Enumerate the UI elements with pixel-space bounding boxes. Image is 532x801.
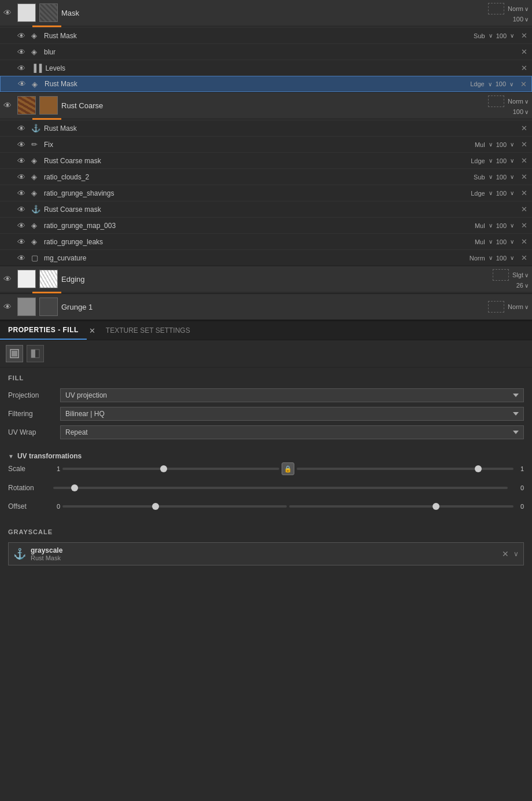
sub-name-rc-fix: Fix [44, 141, 471, 149]
sub-vis-rc-rust-mask[interactable]: 👁 [17, 124, 28, 133]
fill-icon-btn[interactable] [6, 345, 23, 362]
visibility-toggle-mask[interactable]: 👁 [3, 8, 14, 17]
sub-icon-rc-coarse-mask: ◈ [31, 156, 40, 165]
filtering-label: Filtering [8, 410, 54, 418]
sub-name-rc-coarse-mask: Rust Coarse mask [44, 157, 467, 165]
lock-button[interactable]: 🔒 [282, 462, 294, 475]
sub-visibility-blur[interactable]: 👁 [17, 47, 28, 57]
sub-blend-ratio-shavings: Ldge [471, 190, 485, 197]
sub-layer-rust-mask-1[interactable]: 👁 ◈ Rust Mask Sub ∨ 100 ∨ ✕ [0, 27, 532, 43]
sub-close-ratio-grunge-leaks[interactable]: ✕ [521, 237, 527, 246]
sub-close-mg-curvature[interactable]: ✕ [521, 253, 527, 262]
tab-fill[interactable]: PROPERTIES - FILL [0, 321, 87, 340]
layer-group-rust-coarse-header[interactable]: 👁 Rust Coarse Norm ∨ 100 ∨ [0, 93, 532, 118]
sub-vis-ratio-grunge-leaks[interactable]: 👁 [17, 237, 28, 247]
sub-vis-ratio-clouds[interactable]: 👁 [17, 172, 28, 182]
rotation-label: Rotation [8, 484, 49, 492]
layer-name-mask: Mask [61, 9, 485, 17]
sub-layer-rc-rust-mask[interactable]: 👁 ⚓ Rust Mask ✕ [0, 120, 532, 136]
layer-name-grunge: Grunge 1 [61, 303, 485, 311]
offset-thumb-1[interactable] [152, 503, 159, 510]
sub-layer-levels[interactable]: 👁 ▐▐ Levels ✕ [0, 60, 532, 76]
tab-fill-close[interactable]: ✕ [89, 326, 95, 335]
filtering-select[interactable]: Bilinear | HQ [60, 407, 524, 421]
rotation-row: Rotation 0 [8, 482, 524, 494]
sub-name-levels: Levels [45, 64, 514, 72]
offset-track-1[interactable] [62, 501, 287, 512]
mask-blend-chevron[interactable]: ∨ [524, 6, 529, 12]
sub-vis-mg-curvature[interactable]: 👁 [17, 253, 28, 263]
sub-layer-blur[interactable]: 👁 ◈ blur ✕ [0, 43, 532, 60]
rust-coarse-blend-label: Norm [508, 98, 523, 105]
offset-track-bg-2 [289, 505, 513, 508]
mask-dotted-box [488, 3, 504, 14]
sub-blend-rc-fix: Mul [475, 141, 485, 148]
offset-thumb-2[interactable] [433, 503, 439, 510]
thumb-grunge-dark [39, 297, 58, 316]
sub-layer-ratio-clouds[interactable]: 👁 ◈ ratio_clouds_2 Sub ∨ 100 ∨ ✕ [0, 168, 532, 185]
sub-close-rc-fix[interactable]: ✕ [521, 140, 527, 149]
scale-track-1[interactable] [62, 463, 279, 475]
sub-close-rust-mask-2[interactable]: ✕ [520, 80, 527, 89]
projection-select[interactable]: UV projection [60, 388, 524, 402]
svg-rect-3 [31, 350, 35, 358]
grayscale-chevron[interactable]: ∨ [513, 550, 519, 558]
visibility-toggle-grunge[interactable]: 👁 [3, 302, 14, 311]
layer-group-edging-header[interactable]: 👁 Edging Slgt ∨ 26 ∨ [0, 266, 532, 292]
rotation-section: Rotation 0 [0, 480, 532, 501]
sub-icon-rust-mask-2: ◈ [32, 80, 41, 89]
sub-close-ratio-grunge-map[interactable]: ✕ [521, 221, 527, 230]
grayscale-section: ⚓ grayscale Rust Mask ✕ ∨ [0, 539, 532, 569]
mask-icon-btn[interactable] [27, 345, 44, 362]
sub-close-rust-mask-1[interactable]: ✕ [521, 31, 527, 40]
uvwrap-select[interactable]: Repeat [60, 425, 524, 439]
sub-close-rc-coarse-mask-2[interactable]: ✕ [521, 205, 527, 214]
grayscale-sub: Rust Mask [31, 554, 497, 561]
scale-track-2[interactable] [297, 463, 513, 475]
visibility-toggle-edging[interactable]: 👁 [3, 274, 14, 284]
tab-texture-set[interactable]: TEXTURE SET SETTINGS [98, 322, 198, 339]
sub-layer-ratio-shavings[interactable]: 👁 ◈ ratio_grunge_shavings Ldge ∨ 100 ∨ ✕ [0, 185, 532, 201]
sub-layer-rc-coarse-mask-2[interactable]: 👁 ⚓ Rust Coarse mask ✕ [0, 201, 532, 217]
scale-sliders: 1 🔒 1 [52, 462, 524, 475]
sub-vis-ratio-grunge-map[interactable]: 👁 [17, 221, 28, 230]
rotation-slider[interactable] [53, 482, 508, 494]
svg-rect-1 [12, 351, 17, 357]
scale-thumb-1[interactable] [160, 465, 167, 472]
sub-vis-rc-coarse-mask-2[interactable]: 👁 [17, 205, 28, 214]
sub-visibility-rust-mask-2[interactable]: 👁 [18, 79, 28, 89]
sub-layer-ratio-grunge-leaks[interactable]: 👁 ◈ ratio_grunge_leaks Mul ∨ 100 ∨ ✕ [0, 233, 532, 249]
sub-layer-ratio-grunge-map[interactable]: 👁 ◈ ratio_grunge_map_003 Mul ∨ 100 ∨ ✕ [0, 217, 532, 233]
mask-opacity-chevron[interactable]: ∨ [524, 16, 529, 23]
uv-transform-header[interactable]: ▼ UV transformations [0, 447, 532, 462]
sub-layer-rust-mask-2[interactable]: 👁 ◈ Rust Mask Ldge ∨ 100 ∨ ✕ [0, 76, 532, 92]
sub-close-ratio-shavings[interactable]: ✕ [521, 189, 527, 197]
sub-name-ratio-shavings: ratio_grunge_shavings [44, 189, 467, 197]
sub-vis-ratio-shavings[interactable]: 👁 [17, 189, 28, 198]
sub-layer-rc-fix[interactable]: 👁 ✏ Fix Mul ∨ 100 ∨ ✕ [0, 136, 532, 152]
grayscale-item[interactable]: ⚓ grayscale Rust Mask ✕ ∨ [8, 542, 524, 565]
layer-group-mask-header[interactable]: 👁 Mask Norm ∨ 100 ∨ [0, 0, 532, 25]
sub-icon-ratio-clouds: ◈ [31, 172, 40, 181]
sub-close-rc-rust-mask[interactable]: ✕ [521, 124, 527, 133]
sub-close-ratio-clouds[interactable]: ✕ [521, 172, 527, 181]
sub-vis-rc-coarse-mask[interactable]: 👁 [17, 156, 28, 166]
grayscale-close[interactable]: ✕ [502, 549, 509, 559]
sub-icon-rc-coarse-mask-2: ⚓ [31, 205, 40, 214]
rotation-thumb[interactable] [71, 484, 78, 491]
sub-close-rc-coarse-mask[interactable]: ✕ [521, 156, 527, 165]
sub-layer-mg-curvature[interactable]: 👁 ▢ mg_curvature Norm ∨ 100 ∨ ✕ [0, 249, 532, 266]
sub-layer-rc-coarse-mask[interactable]: 👁 ◈ Rust Coarse mask Ldge ∨ 100 ∨ ✕ [0, 152, 532, 168]
layer-group-grunge-header[interactable]: 👁 Grunge 1 Norm ∨ [0, 294, 532, 319]
offset-track-2[interactable] [289, 501, 513, 512]
sub-visibility-levels[interactable]: 👁 [17, 64, 28, 73]
sub-visibility-rust-mask-1[interactable]: 👁 [17, 31, 28, 41]
sub-close-levels[interactable]: ✕ [521, 64, 527, 72]
mask-header-right: Norm ∨ 100 ∨ [488, 3, 529, 23]
properties-tabs: PROPERTIES - FILL ✕ TEXTURE SET SETTINGS [0, 321, 532, 340]
visibility-toggle-rust-coarse[interactable]: 👁 [3, 101, 14, 110]
scale-thumb-2[interactable] [475, 465, 482, 472]
sub-close-blur[interactable]: ✕ [521, 47, 527, 56]
sub-vis-rc-fix[interactable]: 👁 [17, 140, 28, 149]
uv-collapse-arrow[interactable]: ▼ [8, 453, 14, 460]
